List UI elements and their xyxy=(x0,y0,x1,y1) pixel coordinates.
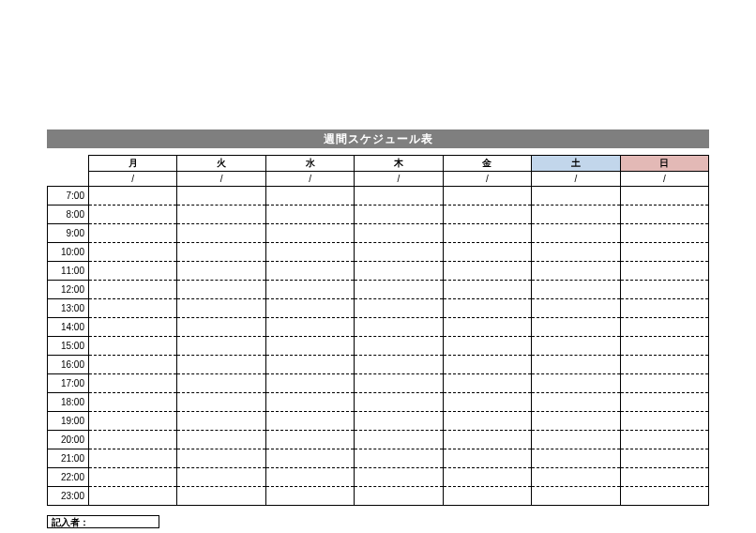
schedule-cell[interactable] xyxy=(620,468,708,487)
schedule-cell[interactable] xyxy=(355,337,443,356)
date-cell[interactable]: / xyxy=(355,172,443,187)
schedule-cell[interactable] xyxy=(532,431,620,449)
schedule-cell[interactable] xyxy=(620,356,708,374)
date-cell[interactable]: / xyxy=(265,172,354,187)
schedule-cell[interactable] xyxy=(532,487,620,506)
schedule-cell[interactable] xyxy=(355,318,443,337)
schedule-cell[interactable] xyxy=(443,299,531,318)
schedule-cell[interactable] xyxy=(89,337,177,356)
schedule-cell[interactable] xyxy=(89,206,177,224)
schedule-cell[interactable] xyxy=(532,374,620,393)
schedule-cell[interactable] xyxy=(177,206,265,224)
schedule-cell[interactable] xyxy=(265,431,354,449)
schedule-cell[interactable] xyxy=(177,337,265,356)
schedule-cell[interactable] xyxy=(265,243,354,262)
schedule-cell[interactable] xyxy=(265,206,354,224)
schedule-cell[interactable] xyxy=(620,412,708,431)
schedule-cell[interactable] xyxy=(89,187,177,206)
schedule-cell[interactable] xyxy=(620,318,708,337)
schedule-cell[interactable] xyxy=(177,374,265,393)
schedule-cell[interactable] xyxy=(177,299,265,318)
date-cell[interactable]: / xyxy=(177,172,265,187)
schedule-cell[interactable] xyxy=(177,262,265,281)
schedule-cell[interactable] xyxy=(620,281,708,299)
schedule-cell[interactable] xyxy=(89,243,177,262)
schedule-cell[interactable] xyxy=(89,262,177,281)
date-cell[interactable]: / xyxy=(620,172,708,187)
schedule-cell[interactable] xyxy=(265,468,354,487)
schedule-cell[interactable] xyxy=(443,431,531,449)
schedule-cell[interactable] xyxy=(443,281,531,299)
schedule-cell[interactable] xyxy=(265,187,354,206)
schedule-cell[interactable] xyxy=(89,393,177,412)
schedule-cell[interactable] xyxy=(443,393,531,412)
schedule-cell[interactable] xyxy=(355,412,443,431)
schedule-cell[interactable] xyxy=(177,431,265,449)
schedule-cell[interactable] xyxy=(265,318,354,337)
schedule-cell[interactable] xyxy=(265,412,354,431)
schedule-cell[interactable] xyxy=(265,356,354,374)
schedule-cell[interactable] xyxy=(620,187,708,206)
schedule-cell[interactable] xyxy=(265,262,354,281)
schedule-cell[interactable] xyxy=(443,262,531,281)
schedule-cell[interactable] xyxy=(177,224,265,243)
schedule-cell[interactable] xyxy=(177,281,265,299)
schedule-cell[interactable] xyxy=(355,468,443,487)
schedule-cell[interactable] xyxy=(620,393,708,412)
schedule-cell[interactable] xyxy=(532,299,620,318)
schedule-cell[interactable] xyxy=(620,431,708,449)
schedule-cell[interactable] xyxy=(355,262,443,281)
schedule-cell[interactable] xyxy=(265,449,354,468)
schedule-cell[interactable] xyxy=(620,299,708,318)
schedule-cell[interactable] xyxy=(177,449,265,468)
schedule-cell[interactable] xyxy=(265,393,354,412)
schedule-cell[interactable] xyxy=(177,412,265,431)
date-cell[interactable]: / xyxy=(89,172,177,187)
schedule-cell[interactable] xyxy=(443,412,531,431)
schedule-cell[interactable] xyxy=(620,337,708,356)
schedule-cell[interactable] xyxy=(265,281,354,299)
schedule-cell[interactable] xyxy=(265,374,354,393)
date-cell[interactable]: / xyxy=(443,172,531,187)
schedule-cell[interactable] xyxy=(443,449,531,468)
schedule-cell[interactable] xyxy=(532,393,620,412)
schedule-cell[interactable] xyxy=(355,281,443,299)
schedule-cell[interactable] xyxy=(177,356,265,374)
schedule-cell[interactable] xyxy=(355,299,443,318)
schedule-cell[interactable] xyxy=(355,224,443,243)
schedule-cell[interactable] xyxy=(620,224,708,243)
schedule-cell[interactable] xyxy=(443,243,531,262)
schedule-cell[interactable] xyxy=(443,224,531,243)
schedule-cell[interactable] xyxy=(177,318,265,337)
schedule-cell[interactable] xyxy=(443,487,531,506)
schedule-cell[interactable] xyxy=(620,487,708,506)
schedule-cell[interactable] xyxy=(443,468,531,487)
schedule-cell[interactable] xyxy=(265,224,354,243)
schedule-cell[interactable] xyxy=(355,187,443,206)
schedule-cell[interactable] xyxy=(355,206,443,224)
schedule-cell[interactable] xyxy=(177,243,265,262)
schedule-cell[interactable] xyxy=(355,356,443,374)
schedule-cell[interactable] xyxy=(89,281,177,299)
schedule-cell[interactable] xyxy=(620,206,708,224)
schedule-cell[interactable] xyxy=(532,224,620,243)
schedule-cell[interactable] xyxy=(89,318,177,337)
schedule-cell[interactable] xyxy=(355,487,443,506)
schedule-cell[interactable] xyxy=(355,243,443,262)
schedule-cell[interactable] xyxy=(532,281,620,299)
schedule-cell[interactable] xyxy=(89,224,177,243)
schedule-cell[interactable] xyxy=(265,487,354,506)
schedule-cell[interactable] xyxy=(89,299,177,318)
schedule-cell[interactable] xyxy=(443,337,531,356)
schedule-cell[interactable] xyxy=(620,243,708,262)
schedule-cell[interactable] xyxy=(620,449,708,468)
schedule-cell[interactable] xyxy=(443,374,531,393)
schedule-cell[interactable] xyxy=(355,393,443,412)
schedule-cell[interactable] xyxy=(532,187,620,206)
schedule-cell[interactable] xyxy=(89,412,177,431)
schedule-cell[interactable] xyxy=(532,318,620,337)
schedule-cell[interactable] xyxy=(177,187,265,206)
schedule-cell[interactable] xyxy=(443,318,531,337)
schedule-cell[interactable] xyxy=(89,468,177,487)
schedule-cell[interactable] xyxy=(177,393,265,412)
